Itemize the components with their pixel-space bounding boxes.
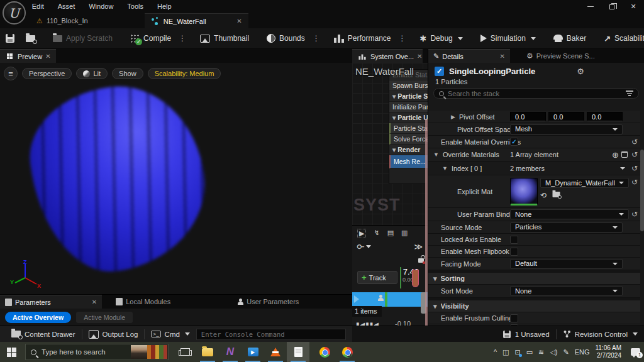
- log-mode-icon[interactable]: ▤: [387, 229, 394, 238]
- timeline-mode-icon[interactable]: ▶: [357, 229, 366, 238]
- scalability-medium-button[interactable]: Scalability: Medium: [148, 68, 221, 79]
- close-icon[interactable]: ✕: [92, 299, 97, 305]
- emitter-enabled-checkbox[interactable]: ✓: [435, 67, 444, 76]
- movies-tv-button[interactable]: ▶: [242, 342, 264, 362]
- close-icon[interactable]: ✕: [500, 53, 505, 60]
- compile-options-button[interactable]: ⋮: [177, 34, 188, 43]
- loop-start-marker[interactable]: [385, 292, 387, 307]
- expand-icon[interactable]: ▶: [451, 114, 455, 120]
- chrome-profile-button[interactable]: K: [336, 342, 358, 362]
- expand-icon[interactable]: ≫: [414, 242, 423, 251]
- filter-icon[interactable]: [626, 90, 633, 96]
- start-button[interactable]: [0, 342, 23, 362]
- playback-controls[interactable]: ▮◀▮▮◀: [356, 321, 379, 326]
- node-particle-spawn-header[interactable]: Particle S...: [389, 91, 428, 102]
- save-button[interactable]: [0, 28, 20, 49]
- menu-window[interactable]: Window: [82, 0, 120, 13]
- section-visibility[interactable]: Visibility: [428, 300, 640, 312]
- pivot-y-field[interactable]: 0.0: [548, 112, 584, 121]
- reset-icon[interactable]: ↺: [631, 164, 638, 173]
- tab-parameters[interactable]: Parameters ✕: [0, 295, 102, 309]
- node-render-header[interactable]: Render: [389, 145, 428, 155]
- tab-local-modules[interactable]: Local Modules: [111, 295, 175, 309]
- restore-button[interactable]: [601, 0, 623, 13]
- viewport-menu-button[interactable]: ≡: [4, 67, 18, 80]
- graph-scrollbar[interactable]: [425, 119, 428, 326]
- notification-center-button[interactable]: 1: [631, 348, 640, 356]
- pivot-x-field[interactable]: 0.0: [510, 112, 546, 121]
- tab-110-block-in[interactable]: ⚠ 110_Block_In: [30, 13, 94, 28]
- language-indicator[interactable]: ENG: [575, 348, 590, 356]
- bounds-button[interactable]: Bounds: [261, 28, 311, 49]
- timeline-scrub-handle[interactable]: [412, 270, 419, 287]
- tab-user-parameters[interactable]: User Parameters: [232, 295, 304, 309]
- emitter-node[interactable]: Emitter Stat... Spawn Burs... Particle S…: [389, 69, 428, 184]
- sort-mode-dropdown[interactable]: None: [510, 286, 623, 296]
- close-icon[interactable]: ✕: [417, 53, 422, 60]
- revision-control-button[interactable]: Revision Control: [557, 326, 644, 343]
- content-drawer-button[interactable]: Content Drawer: [5, 326, 82, 343]
- node-initialize-particle[interactable]: Initialize Par...: [389, 102, 428, 112]
- cmd-dropdown[interactable]: >_ Cmd: [145, 326, 196, 343]
- visual-studio-button[interactable]: N: [219, 342, 242, 362]
- mesh-flipbook-checkbox[interactable]: [510, 248, 518, 256]
- reset-icon[interactable]: ↺: [631, 178, 638, 187]
- minimize-button[interactable]: [580, 0, 601, 13]
- browse-asset-icon[interactable]: [553, 192, 560, 197]
- system-overview-graph[interactable]: NE_WaterFall Emitter Stat... Spawn Burs.…: [352, 63, 428, 225]
- details-scrollbar[interactable]: [640, 150, 644, 231]
- menu-asset[interactable]: Asset: [51, 0, 82, 13]
- stack-search-input[interactable]: [448, 90, 605, 97]
- tray-volume-icon[interactable]: ◁): [550, 348, 557, 356]
- unsaved-button[interactable]: 1 Unsaved: [496, 326, 556, 343]
- taskbar-search-box[interactable]: [25, 344, 169, 360]
- wrench-icon[interactable]: ⚲: [355, 244, 365, 250]
- close-button[interactable]: ✕: [623, 0, 644, 13]
- tab-system-overview[interactable]: System Ove... ✕: [352, 49, 423, 63]
- stack-search-box[interactable]: [433, 88, 639, 99]
- tab-preview-scene-settings[interactable]: ⚙ Preview Scene S...: [521, 49, 600, 63]
- show-button[interactable]: Show: [112, 68, 143, 79]
- file-explorer-button[interactable]: [196, 342, 219, 362]
- tray-wifi-icon[interactable]: ≋: [538, 348, 544, 356]
- timeline-start-field[interactable]: -0.10: [391, 320, 414, 326]
- menu-edit[interactable]: Edit: [25, 0, 51, 13]
- node-particle-state[interactable]: Particle Stat...: [389, 123, 428, 134]
- facing-mode-dropdown[interactable]: Default: [510, 259, 623, 269]
- chevron-down-icon[interactable]: [620, 167, 625, 170]
- script-mode-icon[interactable]: ▥: [401, 229, 408, 238]
- taskbar-search-input[interactable]: [42, 348, 123, 356]
- lock-icon[interactable]: [418, 258, 424, 263]
- node-spawn-burst[interactable]: Spawn Burs...: [389, 80, 428, 91]
- chrome-button[interactable]: [313, 342, 336, 362]
- gear-icon[interactable]: ⚙: [577, 67, 584, 76]
- tray-battery-icon[interactable]: ▭: [526, 348, 533, 356]
- thumbnail-button[interactable]: Thumbnail: [194, 28, 255, 49]
- frustum-culling-checkbox[interactable]: [510, 314, 518, 322]
- active-overview-button[interactable]: Active Overview: [5, 312, 71, 323]
- pivot-space-dropdown[interactable]: Mesh: [510, 124, 623, 134]
- timeline-track-bar[interactable]: [352, 292, 428, 307]
- reset-icon[interactable]: ↺: [631, 138, 638, 146]
- reset-icon[interactable]: ↺: [631, 210, 638, 219]
- performance-options-button[interactable]: ⋮: [397, 34, 408, 43]
- output-log-button[interactable]: Output Log: [82, 326, 145, 343]
- locked-axis-checkbox[interactable]: [510, 236, 518, 244]
- taskbar-clock[interactable]: 11:06 AM 2/7/2024: [595, 344, 621, 359]
- tray-expand-icon[interactable]: ^: [494, 348, 497, 356]
- apply-scratch-button[interactable]: Apply Scratch: [47, 28, 118, 49]
- console-command-input[interactable]: [196, 329, 346, 340]
- pivot-z-field[interactable]: 0.0: [587, 112, 623, 121]
- close-icon[interactable]: ✕: [236, 18, 242, 25]
- close-icon[interactable]: ✕: [45, 53, 50, 60]
- enable-material-overrides-checkbox[interactable]: ✓: [510, 138, 518, 146]
- tray-display-icon[interactable]: ⊡: [514, 348, 520, 356]
- tab-details[interactable]: ✎ Details ✕: [428, 49, 510, 63]
- bounds-options-button[interactable]: ⋮: [311, 34, 322, 43]
- delete-icon[interactable]: [621, 151, 628, 158]
- tab-ne-waterfall[interactable]: NE_WaterFall ✕: [145, 13, 248, 28]
- curves-mode-icon[interactable]: ↯: [374, 229, 379, 238]
- node-solve-forces[interactable]: Solve Force...: [389, 134, 428, 145]
- notepad-button[interactable]: [287, 342, 309, 362]
- vlc-button[interactable]: [264, 342, 287, 362]
